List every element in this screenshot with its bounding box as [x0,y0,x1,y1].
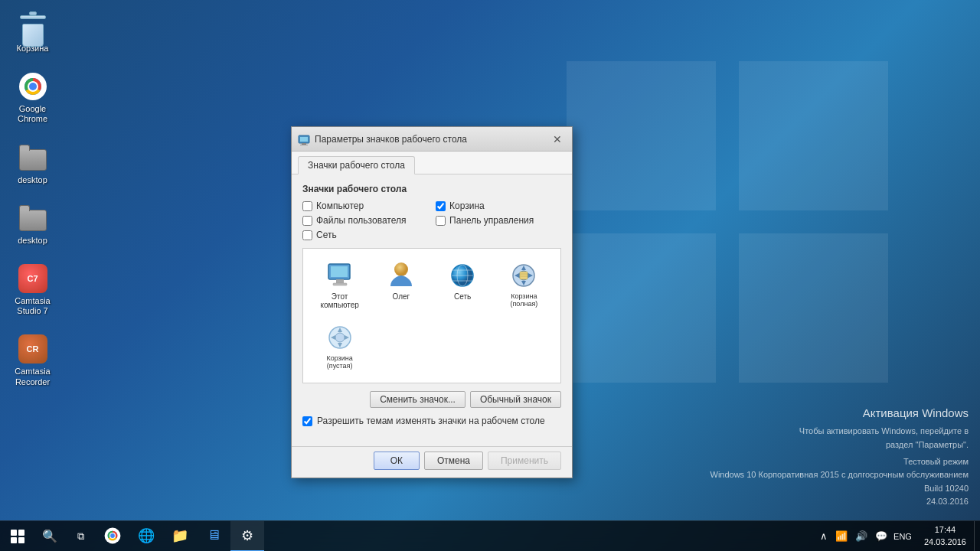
svg-point-12 [394,262,408,276]
checkbox-korzina-label[interactable]: Корзина [449,201,485,211]
dialog-body: Значки рабочего стола Компьютер Корзина … [292,174,572,446]
activation-watermark: Активация Windows Чтобы активировать Win… [710,404,969,509]
dialog-close-button[interactable]: ✕ [549,131,566,148]
activation-line1: Чтобы активировать Windows, перейдите в [710,425,969,439]
grid-item-computer[interactable]: Этот компьютер [311,256,368,315]
svg-rect-9 [331,266,348,277]
taskbar-app-network[interactable]: 🌐 [129,521,163,552]
dialog-titlebar: Параметры значков рабочего стола ✕ [292,127,572,152]
chrome-taskbar-icon [104,527,121,544]
checkbox-files[interactable] [302,216,312,226]
apply-button[interactable]: Применить [488,452,561,470]
recycle-empty-icon-preview [326,324,354,351]
activation-line3: Тестовый режим [903,457,969,466]
checkbox-files-item: Файлы пользователя [302,215,428,226]
taskbar-app-folder[interactable]: 📁 [163,521,197,552]
desktop: Корзина Google Chrome [0,0,980,551]
desktop-icon-recyclebin[interactable]: Корзина [4,8,61,57]
folder2-label: desktop [18,236,47,246]
tray-action-center-icon[interactable]: 💬 [874,529,889,543]
desktop-icon-folder2[interactable]: desktop [4,200,61,249]
theme-checkbox-label[interactable]: Разрешить темам изменять значки на рабоч… [317,416,545,426]
grid-item-user[interactable]: Олег [372,256,430,315]
checkbox-panel-label[interactable]: Панель управления [449,215,534,226]
svg-point-28 [110,533,115,538]
chrome-label: Google Chrome [7,104,58,124]
tab-desktop-icons[interactable]: Значки рабочего стола [298,156,415,174]
desktop-icon-camtasia7[interactable]: C7 Camtasia Studio 7 [4,260,61,319]
icon-preview-grid: Этот компьютер [302,248,561,383]
desktop-icon-camtasia-recorder[interactable]: CR Camtasia Recorder [4,331,61,390]
grid-label-recycle-empty: Корзина (пустая) [315,354,364,370]
desktop-icon-folder1[interactable]: desktop [4,139,61,188]
start-button[interactable] [0,521,34,552]
taskbar-clock[interactable]: 17:44 24.03.2016 [916,524,974,548]
dialog-footer: ОК Отмена Применить [292,446,572,478]
checkbox-korzina-item: Корзина [436,201,561,211]
computer-icon-preview [326,262,354,289]
cancel-button[interactable]: Отмена [424,452,483,470]
svg-rect-20 [520,272,528,279]
activation-line4: Windows 10 Корпоративная 2015 с долгосро… [710,468,969,482]
change-icon-button[interactable]: Сменить значок... [370,391,466,408]
grid-label-computer: Этот компьютер [315,292,364,309]
checkbox-theme[interactable] [302,416,312,426]
taskbar: 🔍 ⧉ 🌐 📁 [0,520,980,551]
language-indicator[interactable]: ENG [893,532,912,541]
folder-taskbar-icon: 📁 [172,527,188,544]
checkbox-computer[interactable] [302,201,312,211]
svg-point-24 [335,333,345,342]
activation-line6: 24.03.2016 [710,495,969,509]
grid-item-network[interactable]: Сеть [434,256,492,315]
taskbar-app-ie[interactable]: 🖥 [197,521,230,552]
tray-network-icon[interactable]: 📶 [834,529,849,543]
task-view-button[interactable]: ⧉ [65,521,96,552]
default-icon-button[interactable]: Обычный значок [470,391,561,408]
checkbox-network-label[interactable]: Сеть [316,230,337,240]
tray-volume-icon[interactable]: 🔊 [854,529,869,543]
desktop-icon-chrome[interactable]: Google Chrome [4,68,61,127]
grid-label-network: Сеть [454,292,471,301]
svg-rect-11 [333,283,347,285]
search-icon: 🔍 [42,529,57,543]
taskbar-apps: 🌐 📁 🖥 ⚙ [96,521,264,552]
checkbox-computer-label[interactable]: Компьютер [316,201,364,211]
svg-point-3 [29,83,37,90]
folder1-label: desktop [18,175,47,185]
grid-label-recycle-full: Корзина (полная) [499,292,549,308]
dialog-title-area: Параметры значков рабочего стола [298,133,467,145]
clock-time: 17:44 [935,524,956,536]
taskbar-app-chrome[interactable] [96,521,129,552]
svg-rect-5 [300,137,308,142]
network-taskbar-icon: 🌐 [138,527,155,544]
grid-item-recycle-full[interactable]: Корзина (полная) [495,256,553,315]
activation-line2: раздел "Параметры". [710,439,969,452]
ok-button[interactable]: ОК [374,452,420,470]
dialog-tabs: Значки рабочего стола [292,152,572,174]
checkbox-network-item: Сеть [302,230,428,240]
svg-rect-7 [300,145,308,145]
clock-date: 24.03.2016 [924,536,966,548]
checkbox-grid: Компьютер Корзина Файлы пользователя Пан… [302,201,561,240]
section-title: Значки рабочего стола [302,184,561,194]
action-buttons: Сменить значок... Обычный значок [302,391,561,408]
taskbar-app-settings[interactable]: ⚙ [230,521,264,552]
settings-taskbar-icon: ⚙ [241,527,253,544]
activation-title: Активация Windows [710,404,969,422]
checkbox-files-label[interactable]: Файлы пользователя [316,215,406,226]
checkbox-panel[interactable] [436,216,446,226]
checkbox-panel-item: Панель управления [436,215,561,226]
camtasia7-label: Camtasia Studio 7 [7,296,58,316]
tray-arrow-icon[interactable]: ∧ [818,529,829,543]
search-button[interactable]: 🔍 [34,521,65,552]
show-desktop-button[interactable] [974,521,980,552]
theme-checkbox-row: Разрешить темам изменять значки на рабоч… [302,416,561,426]
grid-item-recycle-empty[interactable]: Корзина (пустая) [311,318,368,375]
start-icon [11,530,24,543]
checkbox-network[interactable] [302,230,312,240]
dialog-desktop-icons: Параметры значков рабочего стола ✕ Значк… [291,126,573,478]
camtasia-recorder-label: Camtasia Recorder [7,367,58,386]
grid-label-user: Олег [393,292,410,301]
checkbox-korzina[interactable] [436,201,446,211]
recycle-full-icon-preview [510,262,537,289]
